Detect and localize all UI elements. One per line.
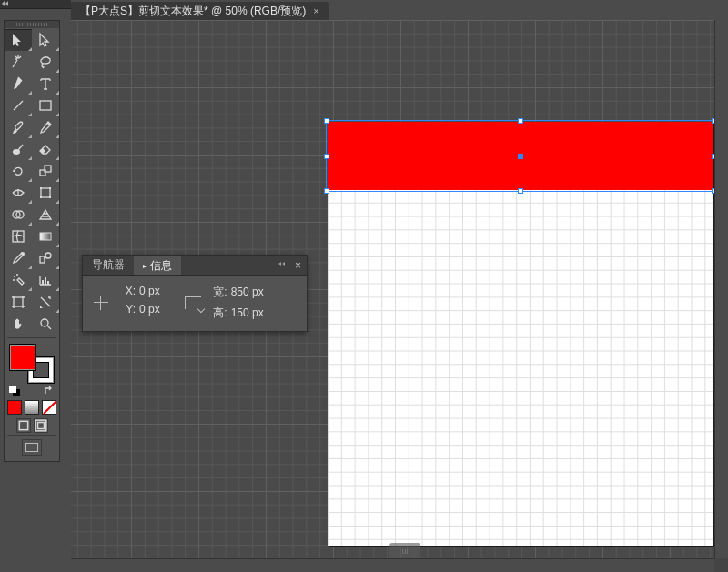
- selection-tool[interactable]: [5, 29, 32, 51]
- document-title: 【P大点S】剪切文本效果* @ 50% (RGB/预览): [80, 4, 306, 19]
- dock-mode-row: [5, 439, 59, 456]
- svg-rect-6: [40, 187, 42, 189]
- normal-screen-icon[interactable]: [16, 418, 31, 433]
- scrollbar-corner: [714, 558, 728, 572]
- zoom-tool[interactable]: [32, 313, 59, 335]
- type-tool[interactable]: [32, 73, 59, 95]
- column-graph-tool[interactable]: [32, 269, 59, 291]
- close-icon[interactable]: ×: [295, 259, 301, 272]
- dimension-values: 宽:850 px 高:150 px: [207, 285, 264, 321]
- svg-rect-8: [40, 196, 42, 198]
- svg-point-24: [41, 319, 48, 326]
- svg-rect-25: [19, 421, 27, 429]
- gradient-tool[interactable]: [32, 226, 59, 247]
- close-icon[interactable]: ×: [313, 5, 318, 16]
- slice-tool[interactable]: [32, 291, 59, 313]
- svg-rect-7: [49, 187, 51, 189]
- panel-collapse-strip[interactable]: [0, 0, 71, 9]
- svg-rect-21: [45, 277, 46, 285]
- width-tool[interactable]: [5, 182, 32, 204]
- panel-drag-handle[interactable]: [5, 21, 59, 28]
- blend-tool[interactable]: [32, 247, 59, 269]
- document-tab[interactable]: 【P大点S】剪切文本效果* @ 50% (RGB/预览) ×: [71, 2, 329, 20]
- rectangle-tool[interactable]: [32, 95, 59, 116]
- chevron-down-icon: ▸: [143, 262, 147, 270]
- vertical-scrollbar[interactable]: [714, 20, 728, 572]
- svg-point-19: [13, 279, 15, 281]
- collapse-icon: [2, 1, 11, 8]
- screen-mode-row: [5, 418, 59, 433]
- position-icon: [90, 285, 112, 321]
- svg-rect-12: [13, 231, 24, 242]
- eraser-tool[interactable]: [32, 138, 59, 160]
- magic-wand-tool[interactable]: [5, 51, 32, 73]
- info-panel-header[interactable]: 导航器 ▸ 信息 ×: [83, 256, 307, 276]
- tab-info-label: 信息: [150, 258, 172, 274]
- symbol-sprayer-tool[interactable]: [5, 269, 32, 291]
- svg-rect-1: [40, 101, 51, 110]
- info-panel[interactable]: 导航器 ▸ 信息 × X:0 px Y:0 px 宽:850 px 高:150 …: [82, 255, 308, 332]
- svg-rect-22: [47, 281, 49, 285]
- svg-rect-9: [49, 196, 51, 198]
- pencil-tool[interactable]: [32, 116, 59, 138]
- rotate-tool[interactable]: [5, 160, 32, 182]
- free-transform-tool[interactable]: [32, 182, 59, 204]
- tools-panel: [4, 20, 60, 462]
- info-panel-body: X:0 px Y:0 px 宽:850 px 高:150 px: [83, 276, 307, 330]
- full-screen-icon[interactable]: [34, 418, 48, 433]
- color-mode-icon[interactable]: [7, 400, 22, 415]
- paintbrush-tool[interactable]: [5, 116, 32, 138]
- hand-tool[interactable]: [5, 313, 32, 335]
- perspective-grid-tool[interactable]: [32, 204, 59, 226]
- document-tab-bar: 【P大点S】剪切文本效果* @ 50% (RGB/预览) ×: [71, 0, 329, 20]
- panel-menu-icon[interactable]: [278, 262, 288, 269]
- default-fill-stroke-icon[interactable]: [9, 386, 22, 396]
- selected-rectangle[interactable]: [328, 122, 713, 190]
- watermark: ui: [389, 543, 420, 559]
- svg-point-18: [16, 274, 18, 276]
- scale-tool[interactable]: [32, 160, 59, 182]
- direct-selection-tool[interactable]: [32, 29, 59, 51]
- pen-tool[interactable]: [5, 73, 32, 95]
- svg-point-17: [14, 276, 15, 277]
- gradient-mode-icon[interactable]: [25, 400, 39, 415]
- svg-rect-20: [42, 280, 44, 285]
- lasso-tool[interactable]: [32, 51, 59, 73]
- tab-navigator[interactable]: 导航器: [83, 256, 134, 275]
- fill-stroke-control[interactable]: [9, 344, 55, 384]
- line-segment-tool[interactable]: [5, 95, 32, 116]
- dock-mode-icon[interactable]: [22, 439, 42, 456]
- svg-point-14: [21, 252, 25, 256]
- none-mode-icon[interactable]: [42, 400, 56, 415]
- tab-info[interactable]: ▸ 信息: [134, 256, 181, 275]
- fill-swatch[interactable]: [9, 344, 36, 371]
- position-values: X:0 px Y:0 px: [116, 285, 160, 321]
- svg-rect-15: [40, 256, 45, 263]
- mesh-tool[interactable]: [5, 226, 32, 247]
- eyedropper-tool[interactable]: [5, 247, 32, 269]
- svg-rect-23: [14, 297, 23, 306]
- svg-rect-13: [40, 233, 51, 240]
- dimensions-icon: [182, 285, 204, 321]
- swap-fill-stroke-icon[interactable]: [44, 386, 55, 396]
- svg-rect-5: [41, 188, 50, 197]
- horizontal-scrollbar[interactable]: [71, 558, 714, 572]
- blob-brush-tool[interactable]: [5, 138, 32, 160]
- shape-builder-tool[interactable]: [5, 204, 32, 226]
- artboard-tool[interactable]: [5, 291, 32, 313]
- svg-rect-27: [37, 423, 44, 429]
- draw-mode-row: [5, 400, 59, 415]
